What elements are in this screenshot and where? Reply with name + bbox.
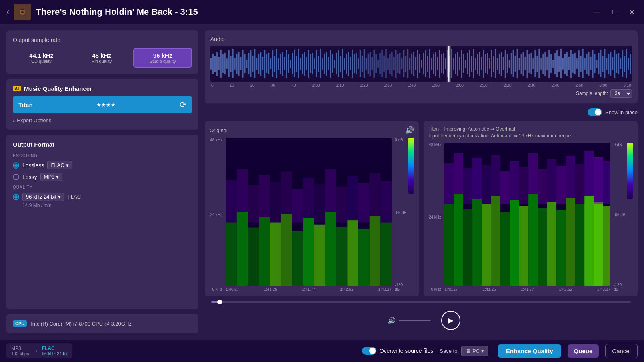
save-to-row: Save to: 🖥 PC ▾: [440, 346, 488, 356]
mqe-selector[interactable]: Titan ★★★★ ⟳: [13, 96, 192, 113]
progress-track[interactable]: [211, 301, 631, 303]
svg-rect-234: [380, 222, 392, 286]
maximize-button[interactable]: □: [609, 7, 620, 18]
svg-rect-249: [380, 181, 392, 222]
svg-rect-76: [352, 50, 353, 78]
queue-button[interactable]: Queue: [568, 344, 599, 358]
svg-rect-71: [342, 49, 343, 78]
svg-rect-52: [304, 52, 305, 76]
svg-rect-229: [325, 212, 336, 286]
rate-96khz[interactable]: 96 kHz Studio quality: [133, 48, 192, 68]
save-target-badge[interactable]: 🖥 PC ▾: [461, 346, 488, 356]
sample-length-select[interactable]: 3s 5s 10s: [610, 89, 632, 98]
svg-rect-277: [519, 167, 528, 204]
svg-rect-10: [220, 50, 222, 78]
cancel-button[interactable]: Cancel: [605, 344, 638, 358]
minimize-button[interactable]: —: [590, 7, 603, 18]
close-button[interactable]: ✕: [626, 7, 638, 18]
svg-rect-85: [370, 52, 371, 76]
svg-rect-268: [603, 206, 610, 286]
svg-rect-127: [453, 58, 454, 70]
svg-rect-237: [248, 185, 259, 223]
play-button[interactable]: ▶: [441, 311, 460, 330]
svg-rect-161: [521, 54, 522, 74]
svg-rect-240: [281, 172, 292, 214]
flac-badge[interactable]: FLAC ▾: [47, 161, 72, 169]
speaker-icon[interactable]: 🔊: [405, 126, 414, 135]
original-x-axis: 1:40.27 1:41.25 1:41.77 1:42.52 1:43.27: [226, 287, 392, 292]
quality-badge[interactable]: 96 kHz 24 bit ▾: [22, 193, 64, 201]
svg-rect-212: [622, 50, 623, 77]
svg-rect-56: [312, 53, 313, 74]
spectrogram-row: Original 🔊 48 kHz 24 kHz 0 kHz: [205, 121, 638, 296]
svg-rect-226: [292, 231, 303, 286]
encoding-label: ENCODING: [13, 153, 192, 158]
svg-rect-94: [387, 58, 388, 70]
lossless-radio[interactable]: [13, 162, 19, 169]
svg-rect-9: [218, 57, 220, 70]
svg-rect-235: [226, 180, 237, 223]
svg-rect-174: [546, 57, 548, 70]
svg-rect-205: [608, 54, 609, 74]
arrow-right-icon: →: [32, 347, 39, 354]
svg-rect-153: [505, 50, 506, 78]
svg-rect-128: [455, 54, 456, 74]
svg-rect-110: [419, 54, 420, 73]
svg-rect-104: [407, 49, 408, 78]
svg-rect-197: [592, 50, 594, 78]
svg-rect-203: [604, 49, 605, 78]
svg-rect-66: [332, 54, 333, 73]
quality-label: QUALITY: [13, 185, 192, 189]
svg-rect-171: [540, 58, 542, 70]
cpu-card: CPU Intel(R) Core(TM) i7-8700 CPU @ 3.20…: [6, 314, 198, 333]
svg-rect-283: [575, 164, 584, 204]
audio-card: Audio // Generate waveform bars via inli…: [205, 30, 638, 103]
svg-rect-20: [240, 57, 242, 70]
rate-44khz[interactable]: 44.1 kHz CD quality: [13, 49, 70, 67]
svg-rect-65: [330, 50, 331, 78]
svg-rect-207: [612, 57, 613, 70]
svg-rect-215: [628, 58, 629, 70]
svg-rect-267: [594, 202, 603, 286]
enhance-button[interactable]: Enhance Quality: [498, 344, 561, 358]
volume-slider[interactable]: [399, 320, 431, 321]
back-button[interactable]: ‹: [6, 7, 9, 17]
lossy-radio[interactable]: [13, 174, 19, 180]
quality-radio[interactable]: [13, 194, 19, 200]
svg-rect-156: [511, 53, 512, 74]
lossy-label: Lossy: [22, 174, 37, 180]
svg-rect-181: [560, 49, 562, 78]
svg-rect-115: [429, 49, 430, 78]
svg-rect-221: [237, 212, 248, 286]
svg-rect-172: [542, 54, 544, 74]
svg-rect-46: [292, 53, 293, 74]
rate-48khz[interactable]: 48 kHz Hifi quality: [73, 49, 130, 67]
enhanced-spectro: 1:40.27 1:41.25 1:41.77 1:42.52 1:43.27: [444, 143, 610, 292]
svg-rect-45: [290, 60, 291, 68]
svg-rect-82: [364, 49, 365, 78]
expert-options[interactable]: › Expert Options: [13, 117, 192, 123]
svg-rect-22: [244, 54, 246, 73]
svg-rect-270: [454, 153, 463, 193]
svg-rect-118: [435, 52, 436, 76]
mp3-badge[interactable]: MP3 ▾: [40, 173, 63, 181]
svg-rect-106: [411, 54, 412, 74]
svg-rect-233: [370, 216, 381, 286]
svg-rect-41: [282, 52, 283, 76]
waveform-container[interactable]: // Generate waveform bars via inline SVG: [210, 46, 632, 82]
lossy-row: Lossy MP3 ▾: [13, 173, 192, 181]
svg-rect-109: [417, 50, 418, 78]
enhanced-spectro-body: 48 kHz 24 kHz 0 kHz: [428, 143, 633, 292]
svg-rect-111: [421, 60, 422, 68]
svg-rect-252: [454, 194, 463, 286]
svg-rect-40: [280, 54, 281, 74]
svg-rect-247: [358, 183, 370, 223]
svg-rect-266: [584, 196, 594, 286]
svg-rect-154: [507, 54, 508, 73]
output-format-title: Output Format: [13, 141, 192, 148]
svg-rect-284: [584, 151, 594, 196]
svg-rect-259: [519, 206, 528, 286]
svg-rect-168: [534, 50, 536, 77]
show-in-place-toggle[interactable]: [588, 108, 602, 116]
overwrite-toggle[interactable]: [362, 347, 376, 355]
